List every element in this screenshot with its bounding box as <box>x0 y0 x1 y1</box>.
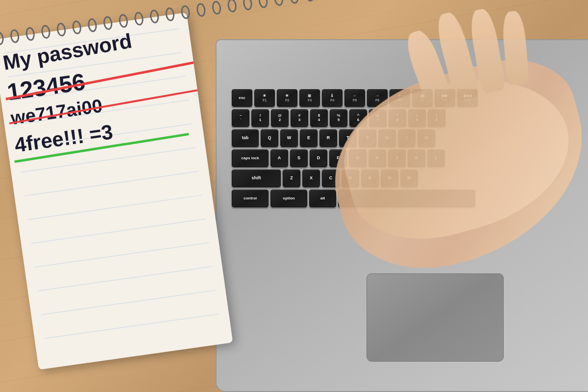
spiral-coil <box>118 13 129 28</box>
spiral-coil <box>25 26 36 41</box>
spiral-coil <box>149 9 160 24</box>
line <box>44 314 219 339</box>
key-f2[interactable]: ☀F2 <box>277 89 297 107</box>
spiral-coil <box>41 24 51 39</box>
key-e[interactable]: E <box>300 129 318 147</box>
key-a[interactable]: A <box>270 149 288 167</box>
key-shift[interactable]: shift <box>232 170 281 187</box>
key-tab[interactable]: tab <box>232 129 259 147</box>
key-alt[interactable]: alt <box>309 190 336 207</box>
key-tilde[interactable]: ~` <box>232 109 249 127</box>
key-4[interactable]: $4 <box>310 109 328 127</box>
spiral-coil <box>87 18 98 32</box>
key-s[interactable]: S <box>290 149 308 167</box>
key-2[interactable]: @2 <box>271 109 289 127</box>
spiral-coil <box>0 31 4 46</box>
key-q[interactable]: Q <box>261 129 278 147</box>
key-f5[interactable]: ←F5 <box>344 89 365 107</box>
key-w[interactable]: W <box>280 129 298 147</box>
key-r[interactable]: R <box>319 129 337 147</box>
key-d[interactable]: D <box>310 149 327 167</box>
spiral-coil <box>165 7 175 22</box>
spiral-coil <box>56 22 67 37</box>
key-1[interactable]: !1 <box>251 109 269 127</box>
key-control[interactable]: control <box>232 190 269 207</box>
key-option[interactable]: option <box>270 190 307 207</box>
spiral-coil <box>72 20 82 35</box>
key-3[interactable]: #3 <box>291 109 308 127</box>
trackpad[interactable] <box>367 273 504 362</box>
line <box>38 266 213 291</box>
key-f3[interactable]: ⊞F3 <box>299 89 320 107</box>
key-x[interactable]: X <box>302 170 320 187</box>
key-capslock[interactable]: caps lock <box>232 149 269 167</box>
key-5[interactable]: %5 <box>330 109 347 127</box>
line <box>27 195 202 220</box>
spiral-coil <box>134 11 145 26</box>
spiral-coil <box>9 29 20 44</box>
line <box>24 171 199 196</box>
key-f4[interactable]: ℹF4 <box>322 89 343 107</box>
line <box>34 243 209 268</box>
key-f1[interactable]: ☀F1 <box>254 89 275 107</box>
key-z[interactable]: Z <box>283 170 300 187</box>
key-esc[interactable]: esc <box>232 89 252 107</box>
line <box>41 290 216 315</box>
spiral-coil <box>102 16 113 30</box>
line <box>31 219 206 244</box>
